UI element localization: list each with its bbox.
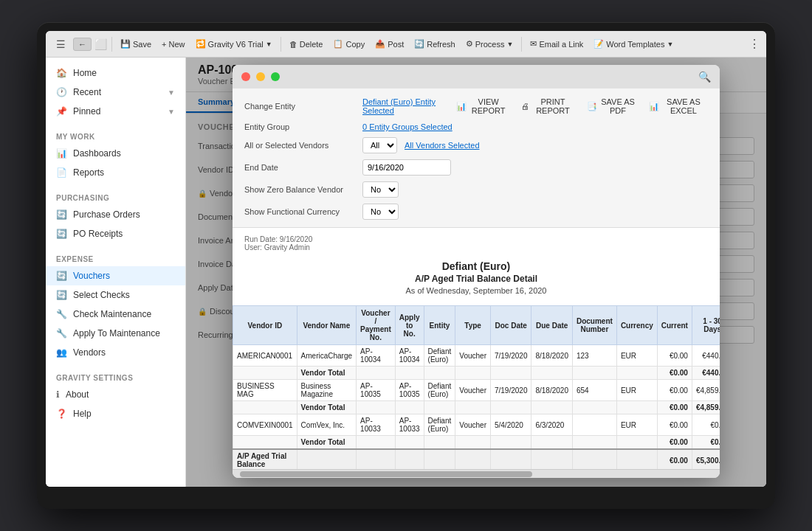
email-link-button[interactable]: ✉ Email a Link: [526, 38, 587, 50]
sidebar-item-vouchers[interactable]: 🔄 Vouchers: [46, 266, 185, 285]
show-functional-select[interactable]: No: [362, 204, 399, 220]
sidebar-item-pinned[interactable]: 📌 Pinned ▼: [46, 102, 185, 121]
view-report-button[interactable]: 📊 VIEW REPORT: [453, 96, 511, 117]
sidebar-item-about[interactable]: ℹ About: [46, 385, 185, 404]
copy-label: Copy: [345, 40, 365, 49]
sidebar-item-select-checks[interactable]: 🔄 Select Checks: [46, 285, 185, 305]
refresh-label: Refresh: [427, 40, 455, 49]
about-label: About: [66, 389, 89, 400]
change-entity-label: Change Entity: [244, 102, 355, 111]
check-maintenance-icon: 🔧: [56, 309, 67, 319]
col-current: Current: [657, 306, 692, 345]
refresh-button[interactable]: 🔄 Refresh: [410, 38, 459, 50]
gravity-button[interactable]: 🔁 Gravity V6 Trial ▼: [192, 38, 276, 50]
sidebar-main-section: 🏠 Home 🕐 Recent ▼ 📌 Pinned ▼: [46, 58, 185, 124]
refresh-icon: 🔄: [414, 39, 424, 49]
back-button[interactable]: ←: [73, 38, 92, 51]
post-button[interactable]: 📤 Post: [371, 38, 407, 50]
copy-button[interactable]: 📋 Copy: [329, 38, 368, 50]
table-row: BUSINESS MAGBusiness MagazineAP-10035AP-…: [233, 380, 720, 401]
print-icon: 🖨: [521, 102, 529, 111]
col-vendor-id: Vendor ID: [233, 306, 297, 345]
all-vendors-selected-value[interactable]: All Vendors Selected: [405, 141, 480, 150]
entity-group-label: Entity Group: [244, 122, 355, 131]
more-options-icon[interactable]: ⋮: [749, 37, 760, 51]
scrollbar-thumb[interactable]: [240, 471, 532, 477]
col-type: Type: [455, 306, 491, 345]
modal-scrollbar[interactable]: [233, 469, 720, 478]
email-icon: ✉: [530, 39, 537, 49]
col-1-30: 1 - 30 Days: [692, 306, 720, 345]
modal-search-icon[interactable]: 🔍: [698, 71, 711, 83]
sidebar-item-vendors[interactable]: 👥 Vendors: [46, 343, 185, 362]
save-excel-button[interactable]: 📊 SAVE AS EXCEL: [646, 96, 708, 117]
print-report-button[interactable]: 🖨 PRINT REPORT: [518, 96, 577, 117]
word-templates-button[interactable]: 📝 Word Templates ▼: [590, 38, 677, 50]
save-button[interactable]: 💾 Save: [117, 38, 155, 50]
save-icon: 💾: [120, 39, 131, 49]
sidebar-item-po-receipts[interactable]: 🔄 PO Receipts: [46, 224, 185, 243]
recent-expand-icon: ▼: [168, 88, 175, 97]
sidebar-item-reports[interactable]: 📄 Reports: [46, 163, 185, 182]
sidebar-item-home[interactable]: 🏠 Home: [46, 63, 185, 83]
user-label: User: Gravity Admin: [244, 243, 708, 251]
sidebar-item-purchase-orders[interactable]: 🔄 Purchase Orders: [46, 205, 185, 224]
help-label: Help: [73, 409, 92, 419]
post-label: Post: [388, 40, 404, 49]
vouchers-label: Vouchers: [73, 271, 110, 281]
menu-hamburger-icon[interactable]: ☰: [52, 35, 70, 53]
close-window-button[interactable]: [241, 72, 250, 81]
filter-row-entity-group: Entity Group 0 Entity Groups Selected: [244, 122, 708, 131]
report-date-line: As of Wednesday, September 16, 2020: [244, 286, 708, 295]
change-entity-value[interactable]: Defiant (Euro) Entity Selected: [362, 97, 446, 115]
expense-section: Expense 🔄 Vouchers 🔄 Select Checks 🔧 Che…: [46, 246, 185, 365]
sidebar-item-recent[interactable]: 🕐 Recent ▼: [46, 83, 185, 102]
sidebar-item-apply-to-maintenance[interactable]: 🔧 Apply To Maintenance: [46, 324, 185, 343]
gravity-settings-section: Gravity Settings ℹ About ❓ Help: [46, 365, 185, 426]
show-zero-balance-select[interactable]: No: [362, 181, 399, 198]
entity-group-value[interactable]: 0 Entity Groups Selected: [362, 122, 453, 131]
purchasing-title: Purchasing: [46, 191, 185, 205]
minimize-window-button[interactable]: [256, 72, 265, 81]
new-button[interactable]: + New: [158, 38, 189, 50]
col-vendor-name: Vendor Name: [297, 306, 356, 345]
content-area: AP-1003 Voucher Entry Summary Default W.…: [186, 58, 766, 487]
vendor-total-row: Vendor Total€0.00€4,859.89€0.00€0.00€0.0…: [233, 401, 720, 414]
process-button[interactable]: ⚙ Process ▼: [462, 38, 517, 50]
purchasing-section: Purchasing 🔄 Purchase Orders 🔄 PO Receip…: [46, 185, 185, 246]
report-meta: Run Date: 9/16/2020 User: Gravity Admin: [233, 228, 720, 254]
report-sub-title: A/P Aged Trial Balance Detail: [244, 274, 708, 284]
filter-area: Change Entity Defiant (Euro) Entity Sele…: [233, 88, 720, 228]
email-link-label: Email a Link: [539, 40, 583, 49]
maximize-window-button[interactable]: [271, 72, 280, 81]
all-vendors-select[interactable]: All: [362, 137, 397, 153]
page-icon[interactable]: ⬜: [94, 38, 107, 50]
sidebar-item-help[interactable]: ❓ Help: [46, 404, 185, 423]
sidebar-item-dashboards[interactable]: 📊 Dashboards: [46, 144, 185, 163]
excel-icon: 📊: [649, 102, 659, 111]
check-maintenance-label: Check Maintenance: [73, 309, 151, 319]
end-date-input[interactable]: [362, 159, 451, 176]
sidebar-item-check-maintenance[interactable]: 🔧 Check Maintenance: [46, 305, 185, 324]
reports-label: Reports: [73, 167, 104, 178]
show-functional-label: Show Functional Currency: [244, 207, 355, 216]
po-receipts-label: PO Receipts: [73, 229, 123, 239]
table-row: COMVEXIN0001ComVex, Inc.AP-10033AP-10033…: [233, 414, 720, 436]
vendor-total-row: Vendor Total€0.00€0.00€0.00€0.00€6.14€6.…: [233, 436, 720, 450]
main-area: 🏠 Home 🕐 Recent ▼ 📌 Pinned ▼: [46, 58, 766, 487]
save-pdf-button[interactable]: 📑 SAVE AS PDF: [584, 96, 639, 117]
delete-button[interactable]: 🗑 Delete: [286, 38, 327, 50]
help-icon: ❓: [56, 409, 67, 419]
apply-to-maintenance-icon: 🔧: [56, 328, 67, 339]
delete-icon: 🗑: [289, 40, 297, 49]
dashboards-label: Dashboards: [73, 148, 121, 159]
col-doc-date: Doc Date: [490, 306, 531, 345]
end-date-label: End Date: [244, 163, 355, 172]
filter-row-show-functional: Show Functional Currency No: [244, 204, 708, 220]
new-label: + New: [162, 40, 185, 49]
my-work-section: My Work 📊 Dashboards 📄 Reports: [46, 124, 185, 185]
about-icon: ℹ: [56, 389, 60, 400]
report-table: Vendor ID Vendor Name Voucher / Payment …: [233, 305, 720, 469]
post-icon: 📤: [375, 39, 385, 49]
word-icon: 📝: [593, 39, 604, 49]
